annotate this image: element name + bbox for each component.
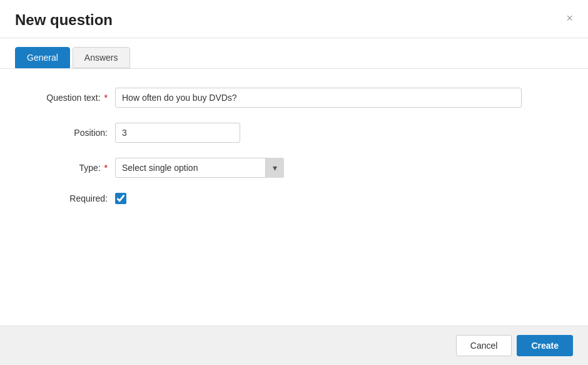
tabs-bar: General Answers xyxy=(0,38,588,69)
required-row: Required: xyxy=(15,193,573,204)
required-label: Required: xyxy=(15,193,115,203)
required-checkbox[interactable] xyxy=(115,193,126,204)
modal-title: New question xyxy=(15,11,113,29)
position-row: Position: xyxy=(15,123,573,143)
create-button[interactable]: Create xyxy=(517,335,573,356)
question-text-label: Question text: * xyxy=(15,93,115,103)
cancel-button[interactable]: Cancel xyxy=(456,335,512,356)
modal-footer: Cancel Create xyxy=(0,326,588,365)
type-label: Type: * xyxy=(15,163,115,173)
type-select-wrapper: Select single option Select multiple opt… xyxy=(115,158,284,178)
new-question-modal: New question × General Answers Question … xyxy=(0,0,588,365)
required-checkbox-wrapper xyxy=(115,193,126,204)
position-label: Position: xyxy=(15,128,115,138)
required-star-type: * xyxy=(102,163,108,173)
modal-body: Question text: * Position: Type: * Selec… xyxy=(0,69,588,326)
tab-general[interactable]: General xyxy=(15,47,70,68)
close-button[interactable]: × xyxy=(566,13,573,24)
type-row: Type: * Select single option Select mult… xyxy=(15,158,573,178)
modal-header: New question × xyxy=(0,0,588,38)
question-text-row: Question text: * xyxy=(15,88,573,108)
question-text-input[interactable] xyxy=(115,88,522,108)
type-select[interactable]: Select single option Select multiple opt… xyxy=(115,158,284,178)
tab-answers[interactable]: Answers xyxy=(73,47,130,68)
required-star-question: * xyxy=(102,93,108,103)
position-input[interactable] xyxy=(115,123,240,143)
